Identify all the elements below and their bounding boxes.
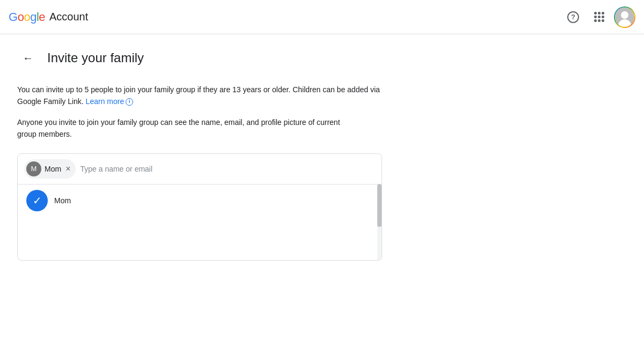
help-icon: ? [567, 11, 579, 23]
chip-remove-button[interactable]: × [64, 165, 71, 173]
scrollbar-thumb[interactable] [377, 184, 382, 227]
account-avatar[interactable] [614, 6, 635, 28]
google-letter-g: G [9, 10, 18, 24]
dropdown-item-mom[interactable]: ✓ Mom [18, 184, 382, 217]
header-left: G o o g l e Account [9, 10, 88, 24]
dropdown-list: ✓ Mom [18, 184, 382, 217]
invite-box: M Mom × ✓ Mom [17, 153, 382, 261]
google-letter-g2: g [30, 10, 36, 24]
google-letter-o2: o [24, 10, 30, 24]
checkmark-icon: ✓ [33, 194, 42, 207]
description-2: Anyone you invite to join your family gr… [17, 116, 361, 141]
header: G o o g l e Account ? [0, 0, 644, 34]
learn-more-link[interactable]: Learn more i [86, 95, 134, 107]
chip-avatar: M [26, 161, 41, 176]
dropdown-item-name: Mom [54, 196, 71, 205]
chip-label: Mom [45, 165, 61, 173]
back-button[interactable]: ← [17, 47, 39, 69]
scrollbar-track [377, 184, 382, 260]
apps-icon [594, 12, 604, 22]
main-content: ← Invite your family You can invite up t… [0, 34, 462, 274]
help-button[interactable]: ? [562, 6, 584, 28]
page-title: Invite your family [47, 50, 144, 65]
input-row: M Mom × [18, 154, 382, 184]
google-letter-e: e [39, 10, 45, 24]
google-letter-o1: o [18, 10, 24, 24]
page-header: ← Invite your family [17, 47, 444, 69]
mom-chip: M Mom × [24, 159, 76, 179]
selected-check-avatar: ✓ [26, 190, 48, 211]
header-right: ? [562, 6, 635, 28]
learn-more-icon: i [126, 98, 133, 106]
back-icon: ← [23, 52, 33, 64]
avatar-person-icon [618, 8, 631, 27]
google-logo: G o o g l e [9, 10, 45, 24]
description-1: You can invite up to 5 people to join yo… [17, 84, 382, 108]
name-email-input[interactable] [80, 165, 375, 173]
header-account-text: Account [49, 11, 88, 23]
apps-button[interactable] [588, 6, 610, 28]
